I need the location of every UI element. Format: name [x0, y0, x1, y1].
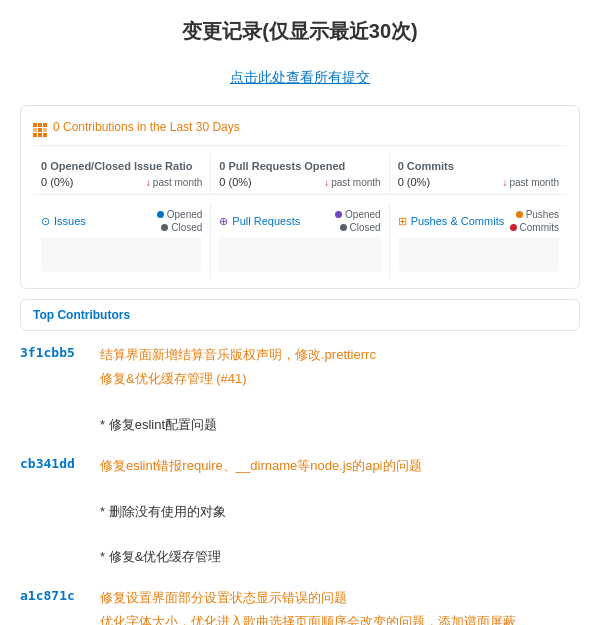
page-container: 变更记录(仅显示最近30次) 点击此处查看所有提交 0 Contribution… — [0, 0, 600, 625]
legend-item-commits: Commits — [510, 222, 559, 233]
legend-item-opened-pr: Opened — [335, 209, 381, 220]
stat-num-issues: 0 (0%) — [41, 176, 73, 188]
contributions-label: 0 Contributions in the Last 30 Days — [53, 120, 240, 134]
commit-hash-2[interactable]: cb341dd — [20, 456, 90, 471]
stat-label-pr: 0 Pull Requests Opened — [219, 160, 380, 172]
legend-dot-commits — [510, 224, 517, 231]
legend-item-pushes: Pushes — [516, 209, 559, 220]
view-all-link[interactable]: 点击此处查看所有提交 — [0, 55, 600, 105]
commit-group-3: a1c871c 修复设置界面部分设置状态显示错误的问题 优化字体大小，优化进入歌… — [20, 588, 580, 625]
chart-item-pushes: ⊞ Pushes & Commits Pushes Commits — [390, 203, 567, 278]
chart-header-pushes: ⊞ Pushes & Commits Pushes Commits — [398, 209, 559, 233]
stat-num-pr: 0 (0%) — [219, 176, 251, 188]
commit-sub-1-1: * 修复eslint配置问题 — [100, 415, 580, 436]
commit-messages-3: 修复设置界面部分设置状态显示错误的问题 优化字体大小，优化进入歌曲选择页面顺序会… — [100, 588, 580, 625]
commit-main-2-0: 修复eslint错报require、__dirname等node.js的api的… — [100, 456, 580, 476]
stats-card: 0 Contributions in the Last 30 Days 0 Op… — [20, 105, 580, 289]
commit-sub-2-2 — [100, 525, 580, 546]
stat-num-commits: 0 (0%) — [398, 176, 430, 188]
legend-label-closed-issues: Closed — [171, 222, 202, 233]
pr-icon: ⊕ — [219, 215, 228, 228]
stat-value-row-commits: 0 (0%) ↓ past month — [398, 176, 559, 188]
chart-header-pr: ⊕ Pull Requests Opened Closed — [219, 209, 380, 233]
legend-dot-opened-pr — [335, 211, 342, 218]
chart-legend-pushes: Pushes Commits — [510, 209, 559, 233]
legend-dot-closed-issues — [161, 224, 168, 231]
chart-title-issues: ⊙ Issues — [41, 215, 86, 228]
chart-title-pr: ⊕ Pull Requests — [219, 215, 300, 228]
chart-title-pushes: ⊞ Pushes & Commits — [398, 215, 505, 228]
stat-item-pr: 0 Pull Requests Opened 0 (0%) ↓ past mon… — [211, 154, 389, 194]
legend-label-closed-pr: Closed — [350, 222, 381, 233]
issues-icon: ⊙ — [41, 215, 50, 228]
legend-dot-closed-pr — [340, 224, 347, 231]
trend-arrow-issues: ↓ — [146, 177, 151, 188]
charts-row: ⊙ Issues Opened Closed — [33, 203, 567, 278]
stat-label-commits: 0 Commits — [398, 160, 559, 172]
trend-arrow-pr: ↓ — [324, 177, 329, 188]
stat-item-issues: 0 Opened/Closed Issue Ratio 0 (0%) ↓ pas… — [33, 154, 211, 194]
chart-item-pr: ⊕ Pull Requests Opened Closed — [211, 203, 389, 278]
contributions-grid-icon — [33, 116, 47, 137]
chart-legend-issues: Opened Closed — [157, 209, 203, 233]
stat-item-commits: 0 Commits 0 (0%) ↓ past month — [390, 154, 567, 194]
commits-list: 3f1cbb5 结算界面新增结算音乐版权声明，修改.prettierrc 修复&… — [0, 345, 600, 625]
chart-legend-pr: Opened Closed — [335, 209, 381, 233]
chart-header-issues: ⊙ Issues Opened Closed — [41, 209, 202, 233]
legend-dot-opened-issues — [157, 211, 164, 218]
stats-row: 0 Opened/Closed Issue Ratio 0 (0%) ↓ pas… — [33, 154, 567, 195]
commit-sub-1-0 — [100, 392, 580, 413]
commit-sub-2-1: * 删除没有使用的对象 — [100, 502, 580, 523]
commit-main-1-1: 修复&优化缓存管理 (#41) — [100, 369, 580, 389]
commit-sub-2-0 — [100, 479, 580, 500]
commit-messages-2: 修复eslint错报require、__dirname等node.js的api的… — [100, 456, 580, 569]
stat-trend-commits: ↓ past month — [503, 177, 559, 188]
chart-placeholder-pr — [219, 237, 380, 272]
pushes-icon: ⊞ — [398, 215, 407, 228]
commit-main-1-0: 结算界面新增结算音乐版权声明，修改.prettierrc — [100, 345, 580, 365]
commit-sub-2-3: * 修复&优化缓存管理 — [100, 547, 580, 568]
commit-main-3-0: 修复设置界面部分设置状态显示错误的问题 — [100, 588, 580, 608]
commit-hash-1[interactable]: 3f1cbb5 — [20, 345, 90, 360]
stat-value-row-pr: 0 (0%) ↓ past month — [219, 176, 380, 188]
page-title: 变更记录(仅显示最近30次) — [0, 0, 600, 55]
contributions-header: 0 Contributions in the Last 30 Days — [33, 116, 567, 146]
legend-label-opened-issues: Opened — [167, 209, 203, 220]
stat-trend-pr: ↓ past month — [324, 177, 380, 188]
trend-arrow-commits: ↓ — [503, 177, 508, 188]
stat-value-row-issues: 0 (0%) ↓ past month — [41, 176, 202, 188]
stat-label-issues: 0 Opened/Closed Issue Ratio — [41, 160, 202, 172]
commit-main-3-1: 优化字体大小，优化进入歌曲选择页面顺序会改变的问题，添加谱面屏蔽 — [100, 612, 580, 625]
legend-item-opened-issues: Opened — [157, 209, 203, 220]
legend-dot-pushes — [516, 211, 523, 218]
chart-placeholder-issues — [41, 237, 202, 272]
legend-label-opened-pr: Opened — [345, 209, 381, 220]
top-contributors: Top Contributors — [20, 299, 580, 331]
chart-item-issues: ⊙ Issues Opened Closed — [33, 203, 211, 278]
legend-label-commits: Commits — [520, 222, 559, 233]
commit-messages-1: 结算界面新增结算音乐版权声明，修改.prettierrc 修复&优化缓存管理 (… — [100, 345, 580, 436]
commit-hash-3[interactable]: a1c871c — [20, 588, 90, 603]
legend-item-closed-issues: Closed — [161, 222, 202, 233]
commit-group-1: 3f1cbb5 结算界面新增结算音乐版权声明，修改.prettierrc 修复&… — [20, 345, 580, 438]
stat-trend-issues: ↓ past month — [146, 177, 202, 188]
commit-group-2: cb341dd 修复eslint错报require、__dirname等node… — [20, 456, 580, 571]
legend-item-closed-pr: Closed — [340, 222, 381, 233]
legend-label-pushes: Pushes — [526, 209, 559, 220]
chart-placeholder-pushes — [398, 237, 559, 272]
